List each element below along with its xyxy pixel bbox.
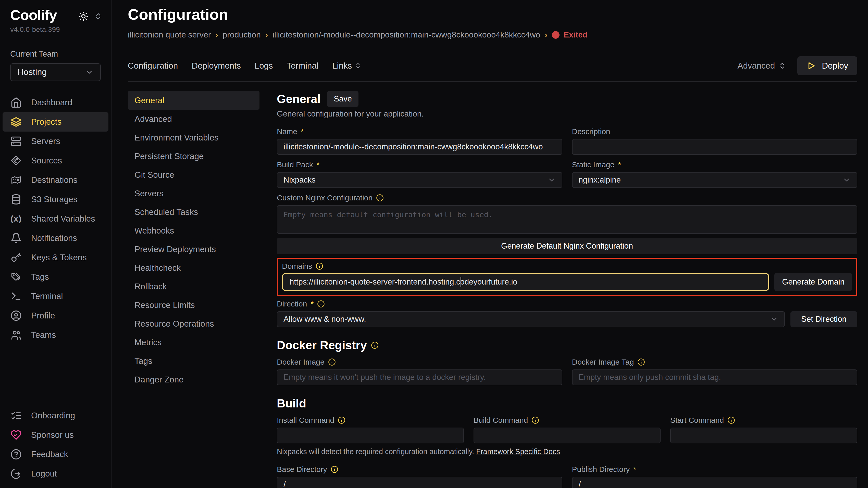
breadcrumb-separator: › bbox=[265, 31, 268, 39]
sidebar-item-feedback[interactable]: Feedback bbox=[3, 445, 108, 464]
required-mark: * bbox=[317, 160, 320, 169]
tab-terminal[interactable]: Terminal bbox=[286, 61, 318, 71]
save-button[interactable]: Save bbox=[327, 91, 359, 107]
config-item-metrics[interactable]: Metrics bbox=[128, 333, 259, 352]
sidebar-item-terminal[interactable]: Terminal bbox=[3, 287, 108, 306]
tab-links[interactable]: Links bbox=[332, 61, 362, 71]
team-select[interactable]: Hosting bbox=[10, 63, 101, 81]
config-item-persistent-storage[interactable]: Persistent Storage bbox=[128, 147, 259, 165]
custom-nginx-textarea[interactable] bbox=[277, 205, 857, 234]
sidebar-item-keys-tokens[interactable]: Keys & Tokens bbox=[3, 248, 108, 267]
sidebar-item-servers[interactable]: Servers bbox=[3, 132, 108, 151]
sidebar-item-profile[interactable]: Profile bbox=[3, 306, 108, 325]
tab-logs[interactable]: Logs bbox=[255, 61, 273, 71]
domains-label: Domains bbox=[282, 262, 852, 270]
deploy-button[interactable]: Deploy bbox=[797, 56, 857, 75]
base-directory-input[interactable] bbox=[277, 477, 562, 488]
breadcrumb-application[interactable]: illicitestonion/-module--decomposition:m… bbox=[273, 30, 540, 39]
config-item-resource-operations[interactable]: Resource Operations bbox=[128, 314, 259, 333]
text-cursor bbox=[461, 276, 461, 287]
sidebar-item-destinations[interactable]: Destinations bbox=[3, 170, 108, 190]
description-input[interactable] bbox=[572, 139, 858, 155]
sidebar-item-projects[interactable]: Projects bbox=[3, 112, 108, 132]
theme-sun-icon[interactable] bbox=[78, 11, 89, 22]
tab-configuration[interactable]: Configuration bbox=[128, 61, 178, 71]
sidebar-item-onboarding[interactable]: Onboarding bbox=[3, 406, 108, 425]
config-item-servers[interactable]: Servers bbox=[128, 184, 259, 203]
breadcrumb-environment[interactable]: production bbox=[223, 30, 261, 39]
config-item-general[interactable]: General bbox=[128, 91, 259, 110]
chevron-down-icon bbox=[770, 315, 778, 323]
description-label: Description bbox=[572, 127, 858, 136]
config-item-resource-limits[interactable]: Resource Limits bbox=[128, 296, 259, 314]
sidebar-item-label: Destinations bbox=[31, 175, 78, 185]
info-icon bbox=[338, 416, 345, 424]
sidebar-item-label: Teams bbox=[31, 330, 56, 340]
sidebar-item-sponsor[interactable]: Sponsor us bbox=[3, 425, 108, 445]
chevrons-up-down-icon bbox=[354, 62, 362, 69]
info-icon bbox=[531, 416, 539, 424]
config-item-healthcheck[interactable]: Healthcheck bbox=[128, 259, 259, 277]
tab-deployments[interactable]: Deployments bbox=[192, 61, 241, 71]
sidebar-item-label: Dashboard bbox=[31, 98, 72, 107]
generate-domain-button[interactable]: Generate Domain bbox=[774, 273, 852, 291]
custom-nginx-label: Custom Nginx Configuration bbox=[277, 194, 857, 202]
sidebar-item-tags[interactable]: Tags bbox=[3, 267, 108, 287]
help-circle-icon bbox=[10, 449, 22, 460]
brand-row: Coolify bbox=[0, 7, 111, 23]
tabs: Configuration Deployments Logs Terminal … bbox=[128, 61, 362, 71]
config-item-tags[interactable]: Tags bbox=[128, 352, 259, 370]
generate-nginx-button[interactable]: Generate Default Nginx Configuration bbox=[277, 238, 857, 254]
config-item-preview-deployments[interactable]: Preview Deployments bbox=[128, 240, 259, 259]
info-icon bbox=[371, 341, 379, 349]
sidebar-item-dashboard[interactable]: Dashboard bbox=[3, 93, 108, 112]
docker-image-label: Docker Image bbox=[277, 358, 562, 366]
static-image-select[interactable]: nginx:alpine bbox=[572, 172, 858, 188]
chevrons-up-down-icon bbox=[778, 62, 786, 70]
sidebar-item-label: Servers bbox=[31, 136, 60, 146]
sidebar-footer: Onboarding Sponsor us Feedback Logout bbox=[0, 406, 111, 483]
direction-select[interactable]: Allow www & non-www. bbox=[277, 311, 785, 327]
domains-input[interactable] bbox=[282, 273, 769, 291]
start-command-input[interactable] bbox=[670, 428, 857, 444]
config-item-git-source[interactable]: Git Source bbox=[128, 165, 259, 184]
docker-image-tag-input[interactable] bbox=[572, 369, 858, 385]
required-mark: * bbox=[301, 127, 304, 136]
chevron-down-icon bbox=[548, 176, 556, 184]
build-pack-select[interactable]: Nixpacks bbox=[277, 172, 562, 188]
sidebar-item-label: Onboarding bbox=[31, 411, 75, 420]
install-command-input[interactable] bbox=[277, 428, 464, 444]
sidebar-item-teams[interactable]: Teams bbox=[3, 325, 108, 345]
sidebar-item-s3-storages[interactable]: S3 Storages bbox=[3, 190, 108, 209]
breadcrumb-project[interactable]: illicitonion quote server bbox=[128, 30, 211, 39]
sidebar-item-sources[interactable]: Sources bbox=[3, 151, 108, 170]
deploy-label: Deploy bbox=[822, 61, 848, 71]
name-input[interactable] bbox=[277, 139, 562, 155]
page-title: Configuration bbox=[128, 6, 857, 23]
framework-docs-link[interactable]: Framework Specific Docs bbox=[476, 448, 560, 456]
sidebar-item-label: Shared Variables bbox=[31, 214, 95, 224]
docker-image-input[interactable] bbox=[277, 369, 562, 385]
sidebar-item-label: Terminal bbox=[31, 291, 63, 301]
sidebar-item-notifications[interactable]: Notifications bbox=[3, 228, 108, 248]
layers-icon bbox=[10, 116, 22, 128]
bell-icon bbox=[10, 232, 22, 244]
sidebar-item-label: Sources bbox=[31, 156, 62, 165]
config-item-advanced[interactable]: Advanced bbox=[128, 110, 259, 128]
sidebar-item-shared-variables[interactable]: (x) Shared Variables bbox=[3, 209, 108, 228]
app-version: v4.0.0-beta.399 bbox=[0, 26, 111, 34]
version-switcher-icon[interactable] bbox=[94, 12, 102, 21]
info-icon bbox=[317, 300, 325, 308]
advanced-selector[interactable]: Advanced bbox=[737, 61, 786, 71]
publish-directory-input[interactable] bbox=[572, 477, 858, 488]
config-item-danger-zone[interactable]: Danger Zone bbox=[128, 370, 259, 389]
set-direction-button[interactable]: Set Direction bbox=[790, 311, 857, 327]
config-item-scheduled-tasks[interactable]: Scheduled Tasks bbox=[128, 203, 259, 221]
config-item-rollback[interactable]: Rollback bbox=[128, 277, 259, 296]
config-item-environment-variables[interactable]: Environment Variables bbox=[128, 128, 259, 147]
config-menu: General Advanced Environment Variables P… bbox=[128, 91, 259, 488]
sidebar-item-logout[interactable]: Logout bbox=[3, 464, 108, 483]
nixpacks-note: Nixpacks will detect the required config… bbox=[277, 448, 857, 456]
build-command-input[interactable] bbox=[473, 428, 660, 444]
config-item-webhooks[interactable]: Webhooks bbox=[128, 221, 259, 240]
